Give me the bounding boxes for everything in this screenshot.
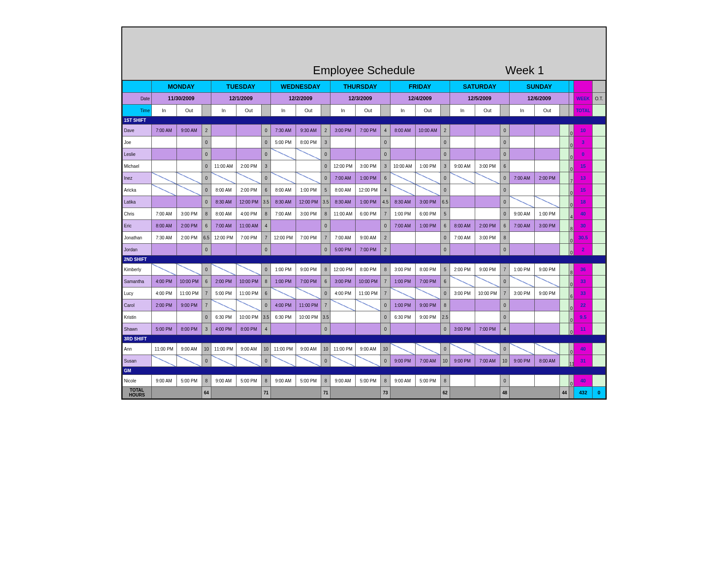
- time-out: 2:00 PM: [236, 160, 261, 172]
- hours-cell: 3.5: [261, 311, 270, 323]
- hours-cell: 3: [440, 160, 450, 172]
- time-out: 11:00 AM: [236, 220, 261, 232]
- time-in: 11:00 AM: [211, 160, 236, 172]
- time-out: [475, 136, 500, 148]
- hours-cell: 4: [381, 125, 390, 136]
- date-header: 12/4/2009: [390, 93, 450, 105]
- time-in: [450, 136, 475, 148]
- hours-cell: 3.5: [321, 311, 330, 323]
- time-out: 3:00 PM: [176, 208, 202, 220]
- time-out: [475, 172, 500, 184]
- employee-name: Leslie: [123, 148, 152, 160]
- time-out: [296, 220, 321, 232]
- time-in: 11:00 AM: [330, 208, 356, 220]
- time-out: [475, 244, 500, 256]
- hours-cell: 0: [381, 299, 390, 311]
- time-in: 7:00 AM: [450, 232, 475, 244]
- day-header: WEDNESDAY: [271, 81, 330, 93]
- hours-cell: 0: [261, 355, 270, 367]
- time-in: [211, 264, 236, 276]
- sunday-subtotal: 8: [569, 264, 574, 276]
- hours-cell: 0: [261, 264, 270, 276]
- time-in: 1:00 PM: [510, 264, 535, 276]
- time-out: [475, 343, 500, 355]
- time-out: [356, 220, 381, 232]
- hours-cell: 0: [500, 125, 510, 136]
- hours-cell: 8: [381, 375, 390, 387]
- hours-cell: 0: [202, 311, 211, 323]
- hours-cell: 0: [202, 136, 211, 148]
- hours-cell: 0: [500, 184, 510, 196]
- hours-cell: 0: [440, 323, 450, 335]
- week-total: 15: [574, 160, 592, 172]
- time-in: [271, 148, 296, 160]
- hours-cell: 8: [381, 264, 390, 276]
- time-in: 9:00 PM: [450, 355, 475, 367]
- time-out: 10:00 PM: [236, 276, 261, 287]
- time-in: [510, 184, 535, 196]
- employee-name: Nicole: [123, 375, 152, 387]
- time-out: 1:00 PM: [415, 220, 440, 232]
- time-in: 7:00 AM: [151, 208, 176, 220]
- time-out: 11:00 PM: [236, 287, 261, 299]
- day-total: 71: [261, 387, 270, 399]
- hours-cell: 0: [500, 244, 510, 256]
- time-in: [211, 148, 236, 160]
- time-out: [415, 287, 440, 299]
- title-band: Employee Schedule Week 1: [122, 27, 606, 80]
- day-total: 62: [440, 387, 450, 399]
- time-in: 9:00 AM: [390, 375, 415, 387]
- employee-name: Carol: [123, 299, 152, 311]
- time-in: [271, 323, 296, 335]
- time-out: 7:00 PM: [296, 232, 321, 244]
- time-out: [176, 172, 202, 184]
- time-out: 1:00 PM: [535, 208, 560, 220]
- time-out: 7:00 AM: [475, 355, 500, 367]
- employee-name: Susan: [123, 355, 152, 367]
- hours-cell: 3.5: [321, 196, 330, 208]
- hours-cell: 6: [381, 172, 390, 184]
- time-out: 11:00 PM: [296, 299, 321, 311]
- week-total: 18: [574, 196, 592, 208]
- time-out: 2:00 PM: [475, 220, 500, 232]
- schedule-table: MONDAYTUESDAYWEDNESDAYTHURSDAYFRIDAYSATU…: [122, 80, 606, 399]
- time-in: [330, 148, 356, 160]
- hours-cell: 6: [440, 276, 450, 287]
- time-in: [211, 125, 236, 136]
- time-in: 7:00 AM: [330, 232, 356, 244]
- time-out: 2:00 PM: [176, 220, 202, 232]
- time-out: [296, 355, 321, 367]
- time-out: 3:00 PM: [296, 208, 321, 220]
- time-out: [236, 264, 261, 276]
- time-out: 9:00 AM: [356, 343, 381, 355]
- time-in: 7:00 AM: [271, 208, 296, 220]
- week-total: 33: [574, 276, 592, 287]
- employee-name: Michael: [123, 160, 152, 172]
- hours-cell: 8: [321, 264, 330, 276]
- sunday-subtotal: 0: [569, 160, 574, 172]
- hours-cell: 6: [261, 184, 270, 196]
- time-out: 10:00 PM: [296, 311, 321, 323]
- time-in: 1:00 PM: [271, 264, 296, 276]
- hours-cell: 0: [261, 172, 270, 184]
- time-out: 3:00 PM: [535, 220, 560, 232]
- hours-cell: 5: [440, 208, 450, 220]
- time-out: [176, 264, 202, 276]
- time-in: [330, 136, 356, 148]
- time-in: [151, 264, 176, 276]
- time-out: [535, 299, 560, 311]
- hours-cell: 0: [440, 172, 450, 184]
- hours-cell: 6: [321, 276, 330, 287]
- hours-cell: 2: [440, 125, 450, 136]
- sunday-subtotal: 6: [569, 287, 574, 299]
- hours-cell: 0: [440, 343, 450, 355]
- time-in: 9:00 AM: [151, 375, 176, 387]
- hours-cell: 3: [202, 323, 211, 335]
- hours-cell: 7: [321, 299, 330, 311]
- time-out: 12:00 PM: [356, 184, 381, 196]
- time-in: 8:30 AM: [211, 196, 236, 208]
- time-out: [356, 299, 381, 311]
- hours-cell: 0: [202, 244, 211, 256]
- time-in: [450, 311, 475, 323]
- hours-cell: 0: [440, 136, 450, 148]
